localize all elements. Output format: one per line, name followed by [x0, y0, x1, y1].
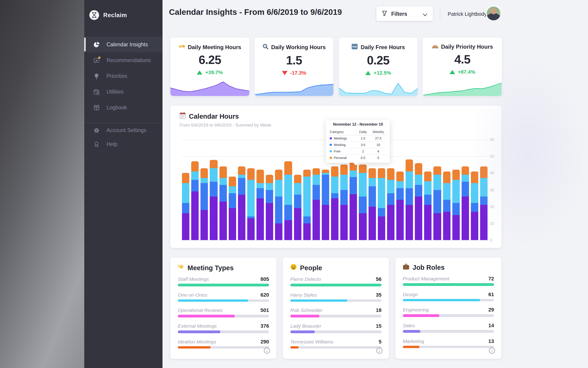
stacked-bar[interactable]	[210, 160, 217, 240]
stat-card-daily-free-hours: FREEDaily Free Hours0.25+12.5%	[339, 37, 418, 96]
info-icon[interactable]: i	[377, 348, 382, 354]
bar-segment-personal	[294, 175, 301, 183]
stacked-bar[interactable]	[219, 166, 227, 240]
row-value: 501	[260, 307, 269, 313]
sidebar-item-account-settings[interactable]: Account Settings	[84, 123, 163, 137]
stacked-bar[interactable]	[377, 168, 385, 240]
stacked-bar[interactable]	[331, 166, 338, 240]
stacked-bar[interactable]	[284, 161, 292, 240]
progress-fill	[403, 299, 480, 301]
sidebar-item-label: Recommendations	[106, 57, 151, 63]
progress-fill	[290, 284, 381, 286]
bar-segment-working	[191, 180, 199, 192]
bar-segment-working	[340, 190, 348, 205]
bar-segment-meetings	[294, 208, 301, 240]
bar-segment-working	[396, 188, 404, 200]
stacked-bar[interactable]	[350, 162, 357, 240]
stacked-bar[interactable]	[191, 161, 199, 240]
sidebar-item-logbook[interactable]: Logbook	[84, 100, 163, 115]
progress-row: Pierre Delecto56	[290, 276, 381, 286]
bar-segment-free	[266, 183, 273, 190]
sidebar-footer-nav: Account Settings Help	[84, 123, 163, 151]
stat-card-daily-working-hours: Daily Working Hours1.5-17.3%	[255, 37, 333, 96]
bar-segment-free	[387, 180, 395, 193]
free-dot	[330, 150, 332, 153]
bar-segment-free	[359, 173, 367, 196]
stacked-bar[interactable]	[434, 166, 441, 240]
bar-segment-personal	[480, 166, 488, 178]
progress-track	[403, 283, 494, 286]
row-value: 376	[260, 323, 269, 329]
stacked-bar[interactable]	[443, 171, 450, 240]
stacked-bar[interactable]	[415, 163, 422, 240]
stacked-bar[interactable]	[313, 168, 320, 240]
stacked-bar[interactable]	[256, 170, 264, 240]
stacked-bar[interactable]	[182, 173, 189, 240]
sidebar-item-recommendations[interactable]: Recommendations	[84, 52, 163, 68]
bar-segment-meetings	[368, 206, 376, 240]
bar-segment-meetings	[303, 223, 310, 240]
stacked-bar[interactable]	[480, 166, 488, 240]
stacked-bar[interactable]	[322, 170, 329, 240]
stacked-bar[interactable]	[340, 165, 348, 240]
bar-segment-personal	[182, 173, 189, 183]
bar-segment-working	[266, 190, 273, 203]
stacked-bar[interactable]	[471, 171, 478, 240]
info-icon[interactable]: i	[489, 348, 495, 354]
bar-segment-free	[377, 178, 385, 208]
user-avatar[interactable]	[487, 7, 500, 20]
stacked-bar[interactable]	[368, 168, 376, 240]
app-logo[interactable]: Reclaim	[89, 10, 127, 20]
progress-list: Pierre Delecto56Harry Styles35Rob Schnei…	[290, 276, 381, 349]
progress-row: Staff Meetings805	[178, 276, 269, 286]
bar-segment-free	[350, 171, 357, 177]
stacked-bar[interactable]	[201, 168, 208, 240]
stacked-bar[interactable]	[452, 170, 459, 240]
bar-segment-personal	[424, 171, 432, 181]
sidebar-item-label: Account Settings	[106, 128, 147, 133]
sidebar-item-label: Utilities	[106, 89, 124, 94]
bar-segment-meetings	[191, 191, 199, 240]
bar-segment-working	[322, 175, 329, 205]
open-book-icon	[94, 104, 100, 110]
stacked-bar[interactable]	[238, 166, 246, 240]
stat-title: FREEDaily Free Hours	[339, 44, 418, 51]
progress-fill	[290, 331, 315, 333]
tooltip-table: Category Daily Weekly Meetings 1.5 27.5 …	[330, 128, 386, 161]
stacked-bar[interactable]	[275, 170, 283, 240]
stacked-bar[interactable]	[359, 165, 367, 240]
lightbulb-icon	[94, 73, 100, 79]
stacked-bar[interactable]	[396, 171, 404, 240]
stacked-bar[interactable]	[424, 171, 432, 240]
stacked-bar[interactable]	[406, 160, 413, 240]
stacked-bar[interactable]	[303, 170, 310, 240]
stacked-bar[interactable]	[387, 168, 395, 240]
sparkline-chart	[423, 79, 502, 96]
sidebar-item-help[interactable]: Help	[84, 137, 163, 151]
stacked-bar[interactable]	[266, 175, 273, 240]
bar-segment-meetings	[462, 196, 469, 240]
info-icon[interactable]: i	[264, 348, 270, 354]
bar-segment-free	[182, 183, 189, 203]
filters-button[interactable]: Filters	[377, 7, 433, 21]
y-axis-tick: 60	[490, 137, 494, 142]
bar-segment-personal	[377, 168, 385, 178]
stacked-bar[interactable]	[462, 166, 469, 240]
sidebar-item-calendar-insights[interactable]: Calendar Insights	[84, 37, 163, 52]
sidebar-item-priorities[interactable]: Priorities	[84, 68, 163, 84]
progress-track	[178, 299, 269, 302]
bar-segment-personal	[210, 160, 217, 168]
stacked-bar[interactable]	[247, 168, 255, 240]
progress-fill	[178, 299, 248, 302]
progress-fill	[290, 346, 298, 349]
help-badge-icon	[94, 141, 100, 147]
stacked-bar[interactable]	[294, 175, 301, 240]
stacked-bar[interactable]	[228, 176, 236, 240]
bar-segment-meetings	[219, 202, 227, 240]
bar-segment-working	[201, 183, 208, 210]
sidebar-item-utilities[interactable]: Utilities	[84, 84, 163, 100]
stat-value: 6.25	[170, 53, 249, 67]
stat-change: +12.5%	[339, 70, 418, 75]
up-triangle-icon	[365, 71, 371, 75]
tooltip-weekly: 5	[370, 155, 386, 161]
